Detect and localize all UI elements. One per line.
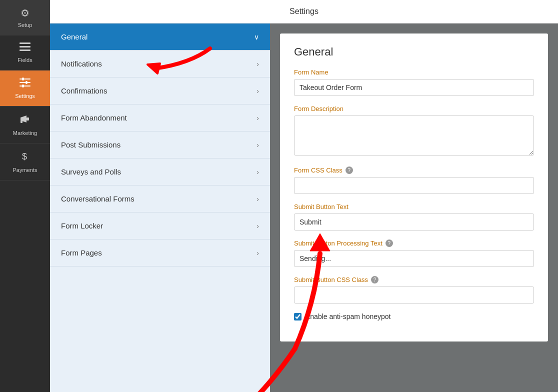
svg-rect-6 xyxy=(22,78,24,80)
marketing-icon xyxy=(20,114,30,127)
svg-rect-8 xyxy=(22,84,24,88)
submit-processing-group: Submit Button Processing Text ? xyxy=(294,240,534,267)
chevron-icon-form-locker: › xyxy=(256,222,259,230)
chevron-icon-form-pages: › xyxy=(256,249,259,257)
body-area: General ∨ Notifications › Confirmations … xyxy=(50,24,558,392)
sidebar-label-settings: Settings xyxy=(15,93,35,99)
form-name-label: Form Name xyxy=(294,68,534,76)
submit-processing-input[interactable] xyxy=(294,250,534,267)
form-description-textarea[interactable] xyxy=(294,116,534,156)
sidebar-item-setup[interactable]: ⚙ Setup xyxy=(0,0,50,36)
settings-panel: General Form Name Form Description Form … xyxy=(270,24,558,392)
form-css-class-label: Form CSS Class xyxy=(294,166,342,174)
sidebar-item-payments[interactable]: $ Payments xyxy=(0,144,50,180)
antispam-label: Enable anti-spam honeypot xyxy=(306,312,390,320)
nav-label-general: General xyxy=(61,32,88,41)
submit-css-class-input[interactable] xyxy=(294,286,534,304)
left-nav: General ∨ Notifications › Confirmations … xyxy=(50,24,270,392)
sidebar-item-settings[interactable]: Settings xyxy=(0,70,50,106)
form-css-class-input[interactable] xyxy=(294,177,534,194)
chevron-icon-conversational-forms: › xyxy=(256,195,259,203)
submit-button-text-label: Submit Button Text xyxy=(294,203,534,210)
main-content: Settings General xyxy=(50,0,558,392)
chevron-icon-general: ∨ xyxy=(254,33,259,41)
form-css-class-help-icon[interactable]: ? xyxy=(346,166,353,174)
settings-card: General Form Name Form Description Form … xyxy=(280,34,548,342)
nav-label-surveys-polls: Surveys and Polls xyxy=(61,168,121,176)
sidebar-label-payments: Payments xyxy=(13,167,38,173)
form-description-group: Form Description xyxy=(294,105,534,158)
nav-item-form-abandonment[interactable]: Form Abandonment › xyxy=(50,104,270,132)
sidebar-label-marketing: Marketing xyxy=(13,130,37,136)
form-name-input[interactable] xyxy=(294,79,534,96)
nav-item-general[interactable]: General ∨ xyxy=(50,24,270,50)
submit-processing-label: Submit Button Processing Text xyxy=(294,240,382,247)
form-name-group: Form Name xyxy=(294,68,534,96)
svg-rect-1 xyxy=(20,46,30,48)
nav-label-notifications: Notifications xyxy=(61,60,102,68)
submit-button-text-input[interactable] xyxy=(294,214,534,230)
svg-rect-9 xyxy=(26,118,29,120)
submit-css-class-group: Submit Button CSS Class ? xyxy=(294,276,534,304)
submit-css-class-label: Submit Button CSS Class xyxy=(294,276,368,284)
svg-text:$: $ xyxy=(22,152,27,162)
chevron-icon-confirmations: › xyxy=(256,87,259,95)
antispam-group: Enable anti-spam honeypot xyxy=(294,312,534,320)
chevron-icon-surveys-polls: › xyxy=(256,168,259,176)
nav-item-form-locker[interactable]: Form Locker › xyxy=(50,212,270,240)
nav-item-conversational-forms[interactable]: Conversational Forms › xyxy=(50,186,270,212)
submit-button-text-group: Submit Button Text xyxy=(294,203,534,230)
sidebar-label-setup: Setup xyxy=(18,22,32,28)
nav-item-post-submissions[interactable]: Post Submissions › xyxy=(50,132,270,158)
svg-rect-5 xyxy=(20,86,30,86)
payments-icon: $ xyxy=(20,150,30,164)
nav-item-confirmations[interactable]: Confirmations › xyxy=(50,78,270,104)
page-title: Settings xyxy=(290,7,318,16)
submit-css-class-help-icon[interactable]: ? xyxy=(371,276,378,284)
fields-icon xyxy=(20,42,30,54)
nav-item-form-pages[interactable]: Form Pages › xyxy=(50,240,270,266)
nav-label-conversational-forms: Conversational Forms xyxy=(61,194,134,203)
antispam-checkbox[interactable] xyxy=(294,313,302,320)
section-title: General xyxy=(294,46,534,58)
sidebar-label-fields: Fields xyxy=(18,57,32,63)
top-header: Settings xyxy=(50,0,558,24)
setup-icon: ⚙ xyxy=(20,7,30,19)
nav-label-post-submissions: Post Submissions xyxy=(61,140,120,149)
svg-rect-3 xyxy=(20,78,30,80)
svg-rect-7 xyxy=(26,81,28,84)
submit-processing-help-icon[interactable]: ? xyxy=(386,240,393,247)
sidebar-item-marketing[interactable]: Marketing xyxy=(0,106,50,144)
nav-item-surveys-polls[interactable]: Surveys and Polls › xyxy=(50,158,270,186)
sidebar: ⚙ Setup Fields Settings xyxy=(0,0,50,392)
svg-rect-2 xyxy=(20,50,30,51)
nav-item-notifications[interactable]: Notifications › xyxy=(50,50,270,78)
svg-rect-4 xyxy=(20,82,30,83)
form-css-class-group: Form CSS Class ? xyxy=(294,166,534,194)
chevron-icon-post-submissions: › xyxy=(256,141,259,149)
settings-icon xyxy=(20,78,30,90)
chevron-icon-notifications: › xyxy=(256,60,259,68)
sidebar-item-fields[interactable]: Fields xyxy=(0,36,50,70)
chevron-icon-form-abandonment: › xyxy=(256,114,259,122)
svg-rect-10 xyxy=(20,120,22,123)
nav-label-form-locker: Form Locker xyxy=(61,222,103,230)
nav-label-form-abandonment: Form Abandonment xyxy=(61,114,127,122)
svg-rect-0 xyxy=(20,42,30,44)
nav-label-form-pages: Form Pages xyxy=(61,248,102,257)
form-description-label: Form Description xyxy=(294,105,534,112)
nav-label-confirmations: Confirmations xyxy=(61,86,108,95)
